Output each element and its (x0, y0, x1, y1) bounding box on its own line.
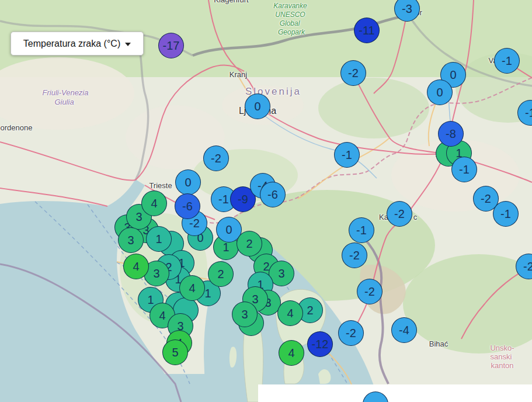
temperature-marker[interactable]: -1 (494, 48, 520, 74)
layer-dropdown-label: Temperatura zraka (°C) (23, 39, 120, 49)
temperature-marker[interactable]: 0 (245, 93, 270, 119)
layer-dropdown[interactable]: Temperatura zraka (°C) (11, 32, 144, 56)
temperature-marker[interactable]: 4 (141, 190, 167, 216)
temperature-marker[interactable]: 4 (123, 254, 149, 279)
temperature-marker[interactable]: -2 (340, 60, 366, 86)
temperature-marker[interactable]: 2 (208, 261, 234, 287)
temperature-marker[interactable]: -17 (158, 33, 184, 58)
temperature-marker[interactable]: -8 (438, 121, 464, 147)
temperature-marker[interactable]: -1 (493, 201, 519, 227)
temperature-marker[interactable]: 0 (427, 79, 453, 105)
temperature-marker[interactable]: -2 (342, 242, 367, 268)
temperature-marker[interactable]: -11 (354, 18, 380, 43)
temperature-marker[interactable]: -6 (175, 193, 200, 219)
temperature-marker[interactable]: 3 (232, 302, 258, 327)
temperature-marker[interactable]: -1 (334, 142, 360, 168)
temperature-marker[interactable]: 1 (146, 226, 172, 252)
temperature-marker[interactable]: -2 (338, 320, 364, 346)
temperature-marker[interactable]: -2 (203, 145, 229, 171)
temperature-marker[interactable]: -2 (357, 279, 383, 304)
temperature-marker[interactable]: -12 (307, 331, 333, 357)
temperature-marker[interactable]: 4 (279, 340, 304, 366)
temperature-marker[interactable]: -4 (391, 317, 417, 343)
map[interactable]: KlagenfurtKaravankeUNESCOGlobalGeoparkor… (0, 0, 532, 402)
temperature-marker[interactable]: 4 (277, 300, 303, 326)
temperature-marker[interactable]: -1 (349, 217, 374, 243)
temperature-marker[interactable]: 4 (179, 275, 205, 301)
temperature-marker[interactable]: -6 (260, 182, 286, 207)
empty-tile-area (258, 384, 532, 402)
temperature-marker[interactable]: 3 (118, 227, 144, 253)
chevron-down-icon (125, 43, 131, 46)
temperature-marker[interactable]: 2 (237, 231, 262, 257)
temperature-marker[interactable]: 5 (162, 339, 188, 365)
temperature-marker[interactable]: -1 (451, 157, 477, 182)
weather-map-app: KlagenfurtKaravankeUNESCOGlobalGeoparkor… (0, 0, 532, 402)
temperature-marker[interactable]: -2 (387, 201, 412, 227)
temperature-marker[interactable]: 0 (175, 169, 201, 195)
